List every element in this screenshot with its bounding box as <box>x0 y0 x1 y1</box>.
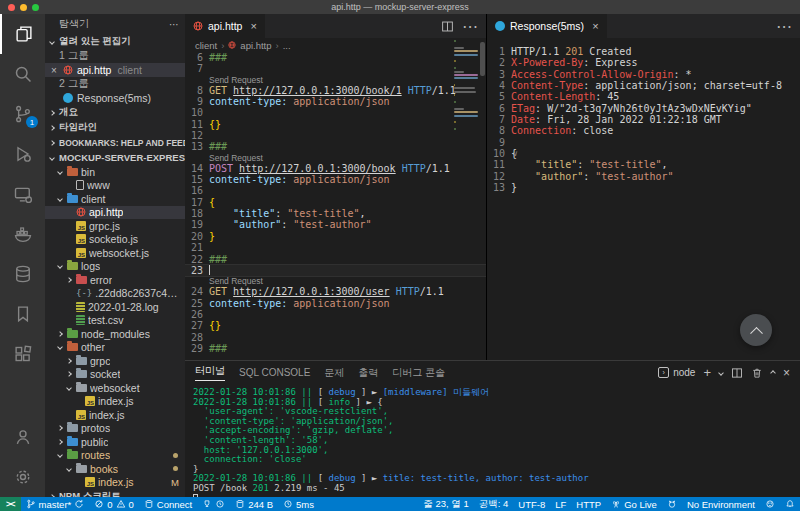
panel-tab-sql-console[interactable]: SQL CONSOLE <box>239 367 310 378</box>
code-line[interactable]: 11 "title": "test-title", <box>487 159 800 170</box>
editor-scrollbar[interactable] <box>479 14 486 320</box>
new-terminal-icon[interactable]: + <box>703 365 711 380</box>
search-icon[interactable] <box>0 54 45 94</box>
explorer-icon[interactable] <box>0 14 45 54</box>
code-line[interactable]: 26 <box>185 309 486 320</box>
window-controls[interactable] <box>8 4 39 11</box>
sidebar-more-icon[interactable]: ⋯ <box>169 19 179 30</box>
tree-item-node-modules[interactable]: node_modules <box>45 327 185 341</box>
code-line[interactable]: 11{} <box>185 119 486 130</box>
tree-item-error[interactable]: error <box>45 273 185 287</box>
code-line[interactable]: 10∨{ <box>487 148 800 159</box>
code-line[interactable]: 3Access-Control-Allow-Origin: * <box>487 69 800 80</box>
code-line[interactable]: 16 <box>185 185 486 196</box>
response-content[interactable]: 1HTTP/1.1 201 Created2X-Powered-By: Expr… <box>487 38 800 352</box>
code-line[interactable]: 6### <box>185 52 486 63</box>
panel-tab-출력[interactable]: 출력 <box>358 366 378 380</box>
code-line[interactable]: 29### <box>185 343 486 354</box>
response-time-item[interactable]: 5ms <box>278 497 319 511</box>
tree-item-api-http[interactable]: api.http <box>45 206 185 220</box>
language-mode-item[interactable]: HTTP <box>571 497 606 511</box>
kill-terminal-icon[interactable] <box>751 367 763 379</box>
tree-item-socket[interactable]: socket <box>45 368 185 382</box>
code-line[interactable]: 22### <box>185 254 486 265</box>
tree-item-client[interactable]: client <box>45 192 185 206</box>
response-size-item[interactable]: 244 B <box>230 497 278 511</box>
scroll-to-top-button[interactable] <box>740 314 772 346</box>
editor-more-icon[interactable]: ⋯ <box>462 17 478 36</box>
remote-explorer-icon[interactable] <box>0 174 45 214</box>
extensions-icon[interactable] <box>0 334 45 374</box>
code-line[interactable]: 10 <box>185 107 486 118</box>
maximize-window-button[interactable] <box>32 4 39 11</box>
terminal-content[interactable]: 2022-01-28 10:01:86 || [ debug ] ► [midd… <box>185 384 800 503</box>
db-connect-item[interactable]: Connect <box>139 497 197 511</box>
code-line[interactable]: 1HTTP/1.1 201 Created <box>487 46 800 57</box>
github-item[interactable] <box>662 497 682 511</box>
code-line[interactable]: 7 <box>185 63 486 74</box>
code-line[interactable]: 21 <box>185 242 486 253</box>
code-line[interactable]: 28 <box>185 332 486 343</box>
feedback-item[interactable] <box>760 497 780 511</box>
sync-icon[interactable] <box>74 499 84 509</box>
split-editor-icon[interactable] <box>441 20 454 33</box>
tree-item-test-csv[interactable]: test.csv <box>45 314 185 328</box>
indentation-item[interactable]: 공백: 4 <box>474 497 514 511</box>
code-line[interactable]: 2X-Powered-By: Express <box>487 57 800 68</box>
send-request-link[interactable]: Send Request <box>185 276 486 286</box>
tree-item-other[interactable]: other <box>45 341 185 355</box>
editor-content[interactable]: 6###7Send Request8GET http://127.0.0.1:3… <box>185 52 486 358</box>
tree-item-bin[interactable]: bin <box>45 165 185 179</box>
open-editor-response[interactable]: Response(5ms) <box>45 91 185 105</box>
tree-item-index-js[interactable]: JSindex.js <box>45 408 185 422</box>
tree-item-public[interactable]: public <box>45 435 185 449</box>
tree-item-protos[interactable]: protos <box>45 422 185 436</box>
project-root-section[interactable]: MOCKUP-SERVER-EXPRESS <box>45 150 185 165</box>
remote-indicator[interactable]: >< <box>0 497 21 511</box>
code-line[interactable]: 5Content-Length: 45 <box>487 91 800 102</box>
tree-item-logs[interactable]: logs <box>45 260 185 274</box>
code-line[interactable]: 9 <box>487 137 800 148</box>
close-tab-icon[interactable]: × <box>592 20 598 32</box>
run-debug-icon[interactable] <box>0 134 45 174</box>
code-line[interactable]: 24GET http://127.0.0.1:3000/user HTTP/1.… <box>185 286 486 297</box>
close-window-button[interactable] <box>8 4 15 11</box>
code-line[interactable]: 15content-type: application/json <box>185 174 486 185</box>
go-live-item[interactable]: Go Live <box>606 497 662 511</box>
encoding-item[interactable]: UTF-8 <box>513 497 550 511</box>
split-terminal-icon[interactable] <box>731 367 743 379</box>
terminal-shell-select[interactable]: › node <box>658 367 695 378</box>
breadcrumb[interactable]: client› api.http› ... <box>185 38 486 52</box>
tree-item-www[interactable]: www <box>45 179 185 193</box>
tree-item-2022-01-28-log[interactable]: 2022-01-28.log <box>45 300 185 314</box>
tree-item-grpc[interactable]: grpc <box>45 354 185 368</box>
code-line[interactable]: 12 <box>185 130 486 141</box>
tree-item-websocket[interactable]: websocket <box>45 381 185 395</box>
code-line[interactable]: 12 "author": "test-author" <box>487 171 800 182</box>
source-control-icon[interactable]: 1 <box>0 94 45 134</box>
bookmarks-icon[interactable] <box>0 294 45 334</box>
notifications-item[interactable] <box>780 497 800 511</box>
timeline-section[interactable]: 타임라인 <box>45 120 185 135</box>
tree-item-index-js[interactable]: JSindex.js <box>45 395 185 409</box>
tree-item--22dd8c2637c48183c5bb89-[interactable]: {-}.22dd8c2637c48183c5bb89... <box>45 287 185 301</box>
account-icon[interactable] <box>0 417 45 457</box>
open-editors-section[interactable]: 열려 있는 편집기 <box>45 34 185 49</box>
code-line[interactable]: 20} <box>185 231 486 242</box>
extension-status-icons[interactable] <box>197 497 230 511</box>
code-line[interactable]: 27{} <box>185 320 486 331</box>
close-panel-icon[interactable]: × <box>783 366 790 380</box>
code-line[interactable]: 23 <box>185 265 486 276</box>
git-branch-item[interactable]: master* <box>21 497 90 511</box>
send-request-link[interactable]: Send Request <box>185 153 486 163</box>
minimap[interactable] <box>454 40 478 132</box>
bookmarks-section[interactable]: BOOKMARKS: HELP AND FEEDBACK <box>45 135 185 150</box>
tree-item-books[interactable]: books <box>45 462 185 476</box>
minimize-window-button[interactable] <box>20 4 27 11</box>
send-request-link[interactable]: Send Request <box>185 75 486 85</box>
code-line[interactable]: 9content-type: application/json <box>185 96 486 107</box>
tree-item-grpc-js[interactable]: JSgrpc.js <box>45 219 185 233</box>
close-icon[interactable]: × <box>49 65 59 76</box>
tree-item-index-js[interactable]: JSindex.jsM <box>45 476 185 490</box>
code-line[interactable]: 25content-type: application/json <box>185 298 486 309</box>
